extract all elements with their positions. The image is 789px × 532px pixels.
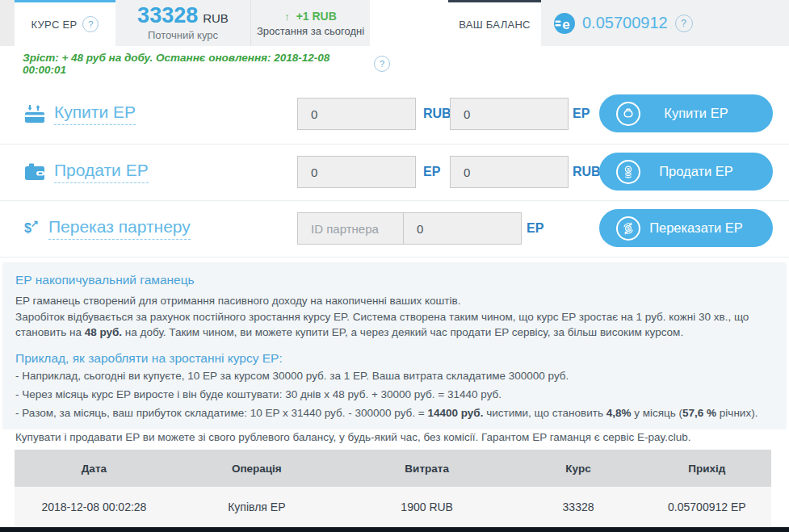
col-income: Прихід (643, 450, 771, 487)
rate-tab-label: КУРС EP (31, 19, 78, 31)
balance-panel: e 0.05700912 ? (541, 0, 789, 46)
coin-stack-icon: $ (616, 160, 640, 184)
cell-income: 0.05700912 EP (643, 487, 771, 526)
buy-ep-button[interactable]: Купити EP (599, 94, 773, 132)
svg-text:$: $ (627, 165, 630, 171)
rate-help-icon[interactable]: ? (82, 16, 99, 32)
col-rate: Курс (514, 450, 642, 487)
balance-value: 0.05700912 (582, 14, 668, 32)
transfer-ep-button-label: Переказати EP (640, 220, 768, 236)
footer-bar (0, 527, 789, 532)
buy-unit-ep: EP (573, 106, 590, 122)
buy-ep-link[interactable]: Купити EP (54, 103, 136, 125)
rate-currency: RUB (203, 11, 229, 25)
arrow-up-icon: ↑ (284, 10, 290, 23)
transfer-unit-ep: EP (527, 220, 543, 237)
partner-id-input[interactable] (297, 212, 409, 245)
table-header-row: Дата Операція Витрата Курс Прихід (15, 450, 771, 487)
info-title: EP накопичувальний гаманець (15, 273, 774, 287)
money-bag-icon (616, 102, 640, 126)
rate-value: 33328 (137, 5, 198, 27)
history-table: Дата Операція Витрата Курс Прихід 2018-1… (15, 450, 771, 526)
col-expense: Витрата (340, 450, 514, 487)
card-deposit-icon (24, 104, 45, 124)
transfer-ep-input[interactable] (403, 212, 522, 245)
guarantee-line: Купувати і продавати EP ви можете зі сво… (15, 429, 774, 446)
example-line-3: - Разом, за місяць, ваш прибуток складат… (15, 405, 774, 421)
svg-text:$: $ (627, 225, 630, 231)
transfer-arrows-icon: $ (616, 216, 640, 241)
svg-text:e: e (562, 16, 569, 31)
growth-caption: Зростання за сьогодні (257, 25, 364, 37)
cell-rate: 33328 (514, 487, 642, 526)
left-edge-strip (0, 0, 15, 46)
transfer-ep-button[interactable]: $ Переказати EP (599, 209, 773, 247)
growth-note: Зріст: + 48 руб на добу. Останнє оновлен… (23, 52, 390, 76)
growth-note-text: Зріст: + 48 руб на добу. Останнє оновлен… (23, 52, 367, 76)
rate-tab: КУРС EP ? (15, 0, 115, 46)
sell-ep-button[interactable]: $ Продати EP (599, 153, 773, 191)
transfer-partner-link[interactable]: Переказ партнеру (48, 217, 191, 240)
transfer-row: $↗ Переказ партнеру EP $ Переказати EP (0, 200, 789, 258)
sell-rub-input[interactable] (450, 156, 569, 188)
growth-note-help-icon[interactable]: ? (374, 56, 390, 72)
info-box: EP накопичувальний гаманець EP гаманець … (2, 262, 787, 429)
rate-panel: 33328 RUB Поточний курс ↑ +1 RUB Зростан… (115, 0, 370, 46)
balance-tab: ВАШ БАЛАНС (448, 0, 541, 46)
dollar-transfer-icon: $↗ (24, 222, 40, 235)
sell-ep-link[interactable]: Продати EP (54, 161, 149, 183)
growth-stat: ↑ +1 RUB Зростання за сьогодні (250, 0, 370, 46)
table-row: 2018-12-08 00:02:28 Купівля EP 1900 RUB … (15, 487, 771, 526)
ep-coin-icon: e (554, 13, 575, 34)
example-title: Приклад, як заробляти на зростанні курсу… (15, 351, 774, 366)
buy-unit-rub: RUB (423, 106, 451, 122)
buy-ep-input[interactable] (450, 98, 569, 130)
col-operation: Операція (174, 450, 340, 487)
buy-row: Купити EP RUB EP Купити EP (0, 84, 789, 145)
sell-unit-rub: RUB (573, 164, 601, 180)
sell-row: Продати EP EP RUB $ Продати EP (0, 144, 789, 201)
cell-expense: 1900 RUB (340, 487, 514, 526)
buy-ep-button-label: Купити EP (640, 106, 768, 121)
balance-tab-label: ВАШ БАЛАНС (459, 19, 531, 31)
cell-operation: Купівля EP (174, 487, 340, 526)
sell-unit-ep: EP (423, 164, 440, 180)
current-rate-stat: 33328 RUB Поточний курс (115, 0, 250, 46)
sell-ep-button-label: Продати EP (640, 164, 768, 179)
growth-value: +1 RUB (296, 10, 337, 23)
example-line-2: - Через місяць курс EP виросте і він буд… (15, 387, 774, 403)
wallet-icon (24, 162, 45, 182)
balance-help-icon[interactable]: ? (675, 15, 693, 32)
rate-caption: Поточний курс (148, 29, 218, 41)
buy-rub-input[interactable] (297, 98, 416, 130)
sell-ep-input[interactable] (297, 156, 416, 188)
info-paragraph: EP гаманець створений для отримання паси… (15, 293, 774, 341)
ep-wallet-page: КУРС EP ? 33328 RUB Поточний курс ↑ +1 R… (0, 0, 789, 532)
example-line-1: - Наприклад, сьогодні ви купуєте, 10 EP … (15, 368, 774, 384)
col-date: Дата (15, 450, 174, 487)
cell-date: 2018-12-08 00:02:28 (15, 487, 174, 526)
